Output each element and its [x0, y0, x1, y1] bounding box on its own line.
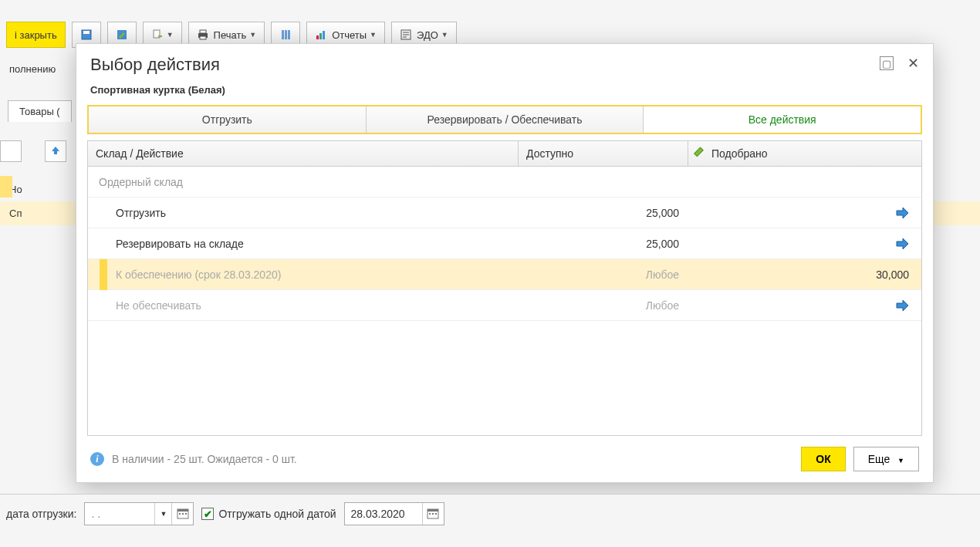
col-available-header[interactable]: Доступно [519, 141, 688, 166]
availability-text: В наличии - 25 шт. Ожидается - 0 шт. [112, 453, 297, 465]
chevron-down-icon: ▼ [370, 31, 377, 39]
col-picked-label: Подобрано [711, 147, 768, 160]
chevron-down-icon: ▼ [167, 31, 174, 39]
svg-rect-22 [432, 513, 434, 515]
reports-label: Отчеты [332, 29, 367, 41]
chevron-down-icon: ▼ [897, 457, 904, 464]
table-row-group[interactable]: Ордерный склад [88, 167, 921, 198]
calendar-icon [171, 502, 195, 526]
date-calendar-button[interactable] [171, 503, 193, 525]
save-and-close-label: і закрыть [15, 29, 57, 41]
close-icon: ✕ [907, 56, 919, 71]
actions-grid: Склад / Действие Доступно Подобрано Орде… [87, 140, 922, 436]
bg-status-text: полнению [9, 63, 56, 75]
svg-rect-15 [177, 509, 188, 512]
edit-icon [694, 146, 709, 161]
row-available: 25,000 [519, 207, 688, 219]
more-label: Еще [868, 453, 890, 465]
bg-tool-button[interactable] [0, 140, 22, 162]
selection-indicator [100, 259, 107, 290]
save-and-close-button[interactable]: і закрыть [6, 22, 66, 48]
row-action-label: К обеспечению (срок 28.03.2020) [88, 268, 519, 281]
ok-button[interactable]: ОК [801, 447, 845, 471]
bg-row-selected: Сп [9, 208, 22, 219]
action-select-dialog: Выбор действия ▢ ✕ Спортивная куртка (Бе… [76, 43, 934, 483]
svg-rect-16 [179, 513, 181, 515]
svg-rect-18 [185, 513, 187, 515]
segment-all-label: Все действия [749, 113, 816, 126]
table-row[interactable]: Не обеспечивать Любое [88, 290, 921, 321]
ok-label: ОК [816, 453, 830, 465]
apply-arrow-icon[interactable] [895, 237, 909, 251]
col-picked-header[interactable]: Подобрано [688, 141, 921, 166]
svg-rect-20 [427, 509, 438, 512]
segment-ship-label: Отгрузить [202, 113, 252, 126]
table-row-selected[interactable]: К обеспечению (срок 28.03.2020) Любое 30… [88, 259, 921, 290]
move-up-button[interactable] [45, 140, 66, 162]
tab-goods-label: Товары ( [19, 106, 60, 117]
table-row[interactable]: Резервировать на складе 25,000 [88, 228, 921, 259]
col-action-label: Склад / Действие [96, 147, 184, 160]
table-row[interactable]: Отгрузить 25,000 [88, 198, 921, 228]
row-action-label: Резервировать на складе [88, 238, 519, 250]
calendar-icon [421, 502, 445, 526]
doc-action-icon [151, 29, 164, 41]
post-icon [116, 29, 128, 41]
svg-rect-9 [288, 30, 290, 39]
segment-all[interactable]: Все действия [644, 106, 921, 133]
close-button[interactable]: ✕ [907, 56, 919, 70]
group-label: Ордерный склад [88, 176, 519, 188]
chevron-down-icon: ▼ [441, 31, 448, 39]
reports-icon [315, 29, 327, 41]
info-icon: i [90, 452, 104, 466]
maximize-button[interactable]: ▢ [880, 56, 894, 70]
svg-rect-21 [429, 513, 431, 515]
svg-rect-6 [200, 36, 206, 39]
segment-reserve[interactable]: Резервировать / Обеспечивать [367, 106, 644, 133]
row-available: Любое [519, 268, 688, 281]
save-icon [80, 29, 93, 41]
dialog-title: Выбор действия [90, 55, 220, 75]
action-segments: Отгрузить Резервировать / Обеспечивать В… [87, 105, 922, 134]
dialog-subtitle: Спортивная куртка (Белая) [76, 78, 933, 102]
ship-date-value-input[interactable]: 28.03.2020 [344, 502, 444, 525]
ship-date-value: . . [85, 503, 154, 525]
print-icon [197, 29, 209, 41]
svg-rect-5 [200, 30, 206, 33]
row-available: Любое [519, 299, 688, 312]
svg-rect-10 [316, 35, 319, 39]
tab-goods[interactable]: Товары ( [8, 100, 72, 122]
print-label: Печать [214, 29, 247, 41]
col-action-header[interactable]: Склад / Действие [88, 141, 519, 166]
arrow-up-icon [50, 145, 61, 158]
svg-rect-1 [83, 31, 90, 34]
single-date-checkbox[interactable]: ✔ Отгружать одной датой [201, 508, 336, 520]
more-button[interactable]: Еще ▼ [853, 447, 919, 471]
row-picked: 30,000 [688, 268, 921, 281]
row-action-label: Отгрузить [88, 207, 519, 219]
edo-icon [400, 29, 412, 41]
checkbox-icon: ✔ [201, 508, 214, 520]
ship-date-input[interactable]: . . ▼ [84, 502, 194, 525]
segment-ship[interactable]: Отгрузить [89, 106, 367, 133]
ship-date-label: дата отгрузки: [6, 508, 76, 520]
svg-rect-7 [282, 30, 284, 39]
row-available: 25,000 [519, 238, 688, 250]
structure-icon [279, 29, 292, 41]
svg-rect-8 [285, 30, 287, 39]
single-date-label: Отгружать одной датой [218, 508, 336, 520]
row-action-label: Не обеспечивать [88, 299, 519, 312]
date-calendar-button-2[interactable] [422, 503, 444, 525]
svg-rect-12 [323, 31, 325, 39]
apply-arrow-icon[interactable] [895, 206, 909, 220]
maximize-icon: ▢ [882, 58, 891, 69]
col-available-label: Доступно [526, 147, 573, 160]
chevron-down-icon: ▼ [249, 31, 256, 39]
svg-rect-17 [182, 513, 184, 515]
edo-label: ЭДО [417, 29, 438, 41]
svg-rect-11 [319, 33, 322, 39]
date-dropdown-button[interactable]: ▼ [154, 503, 171, 525]
apply-arrow-icon[interactable] [895, 299, 909, 312]
bg-row-indicator [0, 176, 12, 198]
segment-reserve-label: Резервировать / Обеспечивать [427, 113, 582, 126]
